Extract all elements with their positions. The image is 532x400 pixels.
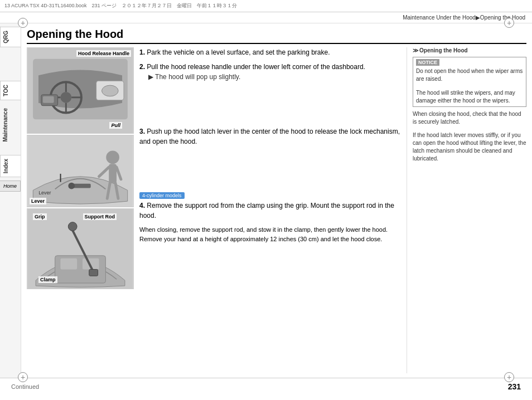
page-number: 231	[508, 382, 521, 391]
breadcrumb: Maintenance Under the Hood▶Opening the H…	[403, 14, 525, 21]
top-bar: 13 ACURA TSX 4D-31TL16400.book 231 ページ ２…	[0, 0, 532, 12]
image-lever: Lever Lever	[27, 135, 134, 207]
notice-text-1: Do not open the hood when the wiper arms…	[416, 67, 523, 83]
label-support-rod: Support Rod	[83, 213, 117, 220]
image-hood-release: Hood Release Handle Pull	[27, 47, 134, 134]
sidebar-tab-qrg[interactable]: QRG	[0, 27, 21, 47]
step-4-text: Remove the support rod from the clamp us…	[139, 202, 394, 219]
right-panel: Opening the Hood NOTICE Do not open the …	[407, 47, 526, 373]
images-section: Hood Release Handle Pull	[27, 47, 134, 373]
breadcrumb-bar: Maintenance Under the Hood▶Opening the H…	[0, 12, 532, 23]
svg-point-3	[60, 92, 71, 103]
svg-point-11	[101, 85, 118, 96]
label-grip: Grip	[33, 213, 47, 220]
image-support-rod: Grip Support Rod Clamp	[27, 208, 134, 289]
step-4: 4. Remove the support rod from the clamp…	[139, 201, 401, 221]
sidebar-tab-maintenance[interactable]: Maintenance	[0, 106, 21, 144]
label-lever: Lever	[30, 198, 46, 204]
label-hood-release-handle: Hood Release Handle	[76, 50, 131, 57]
label-clamp: Clamp	[38, 276, 57, 283]
svg-point-13	[106, 151, 119, 164]
label-pull: Pull	[109, 122, 122, 129]
file-info: 13 ACURA TSX 4D-31TL16400.book 231 ページ ２…	[4, 2, 237, 9]
full-content: Opening the Hood	[27, 28, 526, 373]
steps-col: 1. Park the vehicle on a level surface, …	[139, 47, 401, 373]
step-3-num: 3.	[139, 128, 145, 135]
badge-4cyl: 4-cylinder models	[139, 192, 185, 199]
step-1-num: 1.	[139, 48, 145, 56]
closing-text: When closing, remove the support rod, an…	[139, 225, 401, 243]
step-2-text: Pull the hood release handle under the l…	[147, 63, 365, 71]
notice-label: NOTICE	[416, 59, 439, 66]
svg-point-28	[68, 222, 77, 231]
sidebar-tab-toc[interactable]: TOC	[0, 81, 21, 100]
bottom-bar: Continued 231	[0, 378, 532, 394]
svg-rect-25	[60, 258, 77, 270]
main-layout: QRG TOC Maintenance Index Home Opening t…	[0, 23, 532, 378]
page-title-row: Opening the Hood	[27, 28, 526, 44]
content-area: Opening the Hood	[21, 23, 532, 378]
step-1-text: Park the vehicle on a level surface, and…	[147, 48, 330, 56]
step-1: 1. Park the vehicle on a level surface, …	[139, 47, 401, 57]
step-4-section: 4-cylinder models 4. Remove the support …	[139, 191, 401, 243]
notice-box: NOTICE Do not open the hood when the wip…	[413, 57, 526, 107]
step-3: 3. Push up the hood latch lever in the c…	[139, 126, 401, 147]
step-4-num: 4.	[139, 202, 145, 209]
svg-rect-9	[43, 96, 54, 103]
step-2-num: 2.	[139, 63, 145, 71]
continued-label: Continued	[11, 383, 39, 390]
svg-rect-29	[89, 269, 98, 276]
page-title: Opening the Hood	[27, 28, 123, 41]
left-sidebar: QRG TOC Maintenance Index Home	[0, 23, 21, 378]
svg-text:Lever: Lever	[38, 190, 51, 196]
sidebar-tab-home[interactable]: Home	[0, 181, 21, 192]
notice-paragraph-4: If the hood latch lever moves stiffly, o…	[413, 131, 526, 163]
svg-point-20	[68, 183, 75, 189]
sidebar-tab-index[interactable]: Index	[0, 155, 21, 177]
step-2: 2. Pull the hood release handle under th…	[139, 62, 401, 82]
notice-text-2: The hood will strike the wipers, and may…	[416, 89, 523, 105]
content-row: Hood Release Handle Pull	[27, 47, 526, 373]
right-panel-title: Opening the Hood	[413, 47, 526, 53]
step-2-sub: ▶ The hood will pop up slightly.	[139, 72, 401, 82]
step-3-text: Push up the hood latch lever in the cent…	[139, 128, 400, 145]
notice-paragraph-3: When closing the hood, check that the ho…	[413, 110, 526, 126]
